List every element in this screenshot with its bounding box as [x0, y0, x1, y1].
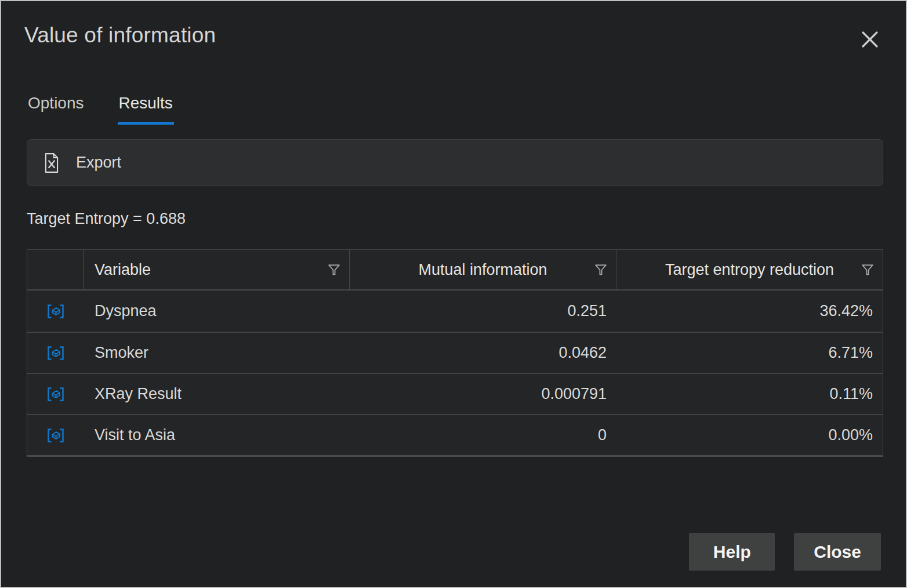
- cell-variable: Visit to Asia: [84, 415, 350, 455]
- cell-node-icon: [27, 291, 84, 332]
- table-row[interactable]: Smoker 0.0462 6.71%: [27, 332, 883, 373]
- cell-mutual-information: 0.000791: [350, 374, 616, 414]
- header-cell-target-entropy-reduction[interactable]: Target entropy reduction: [616, 250, 883, 289]
- help-button[interactable]: Help: [689, 533, 775, 571]
- cell-node-icon: [27, 374, 84, 414]
- dialog-close-button[interactable]: [858, 28, 881, 51]
- column-label-variable: Variable: [95, 261, 151, 279]
- table-row[interactable]: Visit to Asia 0 0.00%: [27, 414, 883, 455]
- table-header-row: Variable Mutual information Target entro…: [27, 250, 883, 291]
- dialog-footer: Help Close: [689, 533, 881, 571]
- dialog-title: Value of information: [24, 23, 216, 48]
- cell-mutual-information: 0: [350, 415, 616, 455]
- node-icon: [46, 386, 65, 402]
- cell-target-entropy-reduction: 6.71%: [616, 333, 883, 373]
- cell-target-entropy-reduction: 36.42%: [616, 291, 883, 332]
- export-button[interactable]: Export: [27, 139, 883, 186]
- node-icon: [46, 303, 65, 320]
- cell-mutual-information: 0.251: [350, 291, 616, 332]
- header-cell-mutual-information[interactable]: Mutual information: [350, 250, 616, 289]
- cell-target-entropy-reduction: 0.00%: [616, 415, 883, 455]
- results-table: Variable Mutual information Target entro…: [27, 249, 883, 457]
- close-button[interactable]: Close: [794, 533, 881, 571]
- node-icon: [46, 427, 65, 444]
- close-icon: [859, 29, 880, 50]
- column-label-target-entropy-reduction: Target entropy reduction: [665, 261, 834, 279]
- tab-results[interactable]: Results: [118, 93, 174, 125]
- export-spreadsheet-icon: [43, 153, 60, 173]
- target-entropy-text: Target Entropy = 0.688: [27, 209, 186, 228]
- export-button-label: Export: [76, 154, 121, 172]
- cell-node-icon: [27, 333, 84, 373]
- filter-icon[interactable]: [858, 260, 877, 279]
- value-of-information-dialog: Value of information Options Results Exp…: [0, 0, 907, 588]
- cell-node-icon: [27, 415, 84, 455]
- filter-icon[interactable]: [325, 260, 343, 279]
- node-icon: [46, 345, 65, 361]
- cell-variable: Dyspnea: [84, 291, 350, 332]
- table-row[interactable]: XRay Result 0.000791 0.11%: [27, 373, 883, 414]
- header-cell-icon: [27, 250, 84, 289]
- tab-options[interactable]: Options: [27, 93, 85, 125]
- cell-variable: XRay Result: [84, 374, 350, 414]
- dialog-tabs: Options Results: [27, 93, 174, 125]
- cell-target-entropy-reduction: 0.11%: [616, 374, 883, 414]
- column-label-mutual-information: Mutual information: [418, 261, 547, 279]
- cell-mutual-information: 0.0462: [350, 333, 616, 373]
- table-row[interactable]: Dyspnea 0.251 36.42%: [27, 291, 883, 332]
- filter-icon[interactable]: [592, 260, 610, 279]
- cell-variable: Smoker: [84, 333, 350, 373]
- header-cell-variable[interactable]: Variable: [84, 250, 350, 289]
